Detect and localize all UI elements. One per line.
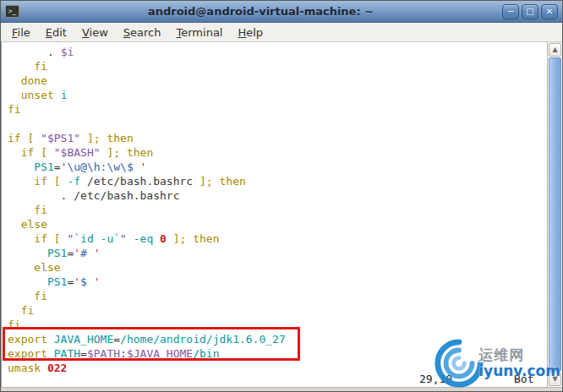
- code-segment: if [: [34, 175, 67, 188]
- code-segment: if [: [8, 132, 41, 144]
- code-segment: -eq: [134, 232, 153, 245]
- window-bottom-edge[interactable]: [1, 387, 562, 391]
- code-line: else: [8, 217, 547, 231]
- code-segment: PS1: [34, 161, 53, 173]
- code-segment: fi: [21, 304, 35, 317]
- window-title: android@android-virtual-machine: ~: [19, 5, 502, 18]
- code-segment: fi: [34, 60, 47, 73]
- code-segment: [8, 146, 21, 159]
- scrollbar[interactable]: ▲ ▼: [547, 42, 562, 387]
- close-button[interactable]: ✕: [541, 4, 558, 19]
- menu-terminal[interactable]: Terminal: [169, 24, 231, 41]
- code-segment: unset: [21, 89, 54, 101]
- menu-file[interactable]: File: [4, 24, 38, 41]
- menu-help[interactable]: Help: [230, 24, 271, 41]
- terminal-lines: . $i fi done unset ifi if [ "$PS1" ]; th…: [2, 42, 547, 375]
- code-segment: fi: [34, 204, 47, 216]
- code-segment: [127, 232, 134, 245]
- code-line: fi: [8, 203, 547, 217]
- code-segment: $JAVA_HOME: [127, 347, 193, 360]
- code-line: if [ -f /etc/bash.bashrc ]; then: [8, 174, 547, 188]
- window-controls: ─ □ ✕: [502, 4, 558, 19]
- code-line: fi: [8, 318, 547, 332]
- code-line: if [ "$BASH" ]; then: [8, 145, 547, 160]
- code-segment: ]; then: [80, 132, 134, 144]
- code-segment: ]; then: [101, 146, 154, 159]
- code-segment: [87, 275, 94, 288]
- scroll-down-button[interactable]: ▼: [549, 373, 561, 386]
- code-segment: PS1: [47, 275, 67, 288]
- code-line: fi: [8, 303, 547, 318]
- code-line: PS1='\u@\h:\w\$ ': [8, 160, 547, 174]
- code-segment: [8, 74, 21, 87]
- code-segment: [8, 261, 34, 274]
- code-segment: =: [113, 333, 120, 346]
- code-segment: [134, 161, 140, 173]
- code-segment: ': [74, 247, 80, 259]
- code-segment: [54, 89, 61, 101]
- code-segment: PS1: [47, 247, 67, 259]
- code-segment: -f: [67, 175, 80, 188]
- terminal-content[interactable]: . $i fi done unset ifi if [ "$PS1" ]; th…: [1, 42, 547, 387]
- menu-edit[interactable]: Edit: [38, 24, 74, 41]
- menu-search[interactable]: Search: [116, 24, 169, 41]
- code-segment: [47, 347, 54, 360]
- code-segment: [47, 333, 54, 346]
- code-line: . /etc/bash.bashrc: [8, 188, 547, 203]
- code-line: if [ "$PS1" ]; then: [8, 131, 547, 145]
- code-segment: [8, 290, 34, 302]
- code-segment: [8, 175, 34, 188]
- code-segment: $: [80, 275, 87, 288]
- code-line: fi: [8, 289, 547, 303]
- code-segment: #: [80, 247, 87, 259]
- code-segment: [8, 60, 34, 73]
- code-segment: if [: [21, 146, 54, 159]
- code-segment: `id -u`: [74, 232, 120, 245]
- menu-view[interactable]: View: [74, 24, 116, 41]
- code-line: . $i: [8, 45, 547, 59]
- code-line: PS1='# ': [8, 246, 547, 260]
- code-line: [8, 117, 547, 131]
- code-segment: ': [74, 275, 80, 288]
- code-segment: fi: [8, 103, 21, 116]
- code-segment: 0: [160, 232, 167, 245]
- code-segment: \u@\h:\w\$: [67, 161, 133, 173]
- code-segment: . /etc/bash.bashrc: [8, 189, 180, 202]
- code-segment: =: [80, 347, 87, 360]
- code-segment: if [: [34, 232, 67, 245]
- code-line: export PATH=$PATH:$JAVA_HOME/bin: [8, 346, 547, 361]
- code-line: else: [8, 260, 547, 275]
- terminal-area: . $i fi done unset ifi if [ "$PS1" ]; th…: [1, 42, 562, 387]
- code-segment: /home/android/jdk1.6.0_27: [120, 333, 286, 346]
- code-segment: else: [21, 218, 47, 231]
- chevron-down-icon: ▼: [552, 376, 557, 383]
- code-segment: ': [94, 275, 101, 288]
- vim-status-line: -- INSERT -- 29,10 Bot: [8, 372, 547, 386]
- code-segment: i: [61, 89, 68, 101]
- scrollbar-thumb[interactable]: [549, 57, 561, 372]
- code-segment: [8, 161, 34, 173]
- code-segment: ': [140, 161, 147, 173]
- menubar: File Edit View Search Terminal Help: [1, 23, 562, 42]
- code-segment: [8, 275, 47, 288]
- code-segment: [87, 247, 94, 259]
- code-segment: done: [21, 74, 47, 87]
- code-segment: ]; then: [167, 232, 220, 245]
- titlebar[interactable]: >_ android@android-virtual-machine: ~ ─ …: [1, 1, 562, 23]
- code-segment: fi: [34, 290, 47, 302]
- code-segment: fi: [8, 318, 21, 331]
- minimize-button[interactable]: ─: [502, 4, 519, 19]
- code-line: export JAVA_HOME=/home/android/jdk1.6.0_…: [8, 332, 547, 346]
- code-segment: =: [54, 161, 61, 173]
- code-segment: [8, 204, 34, 216]
- code-segment: :: [120, 347, 127, 360]
- code-segment: $i: [61, 46, 74, 58]
- code-segment: "$BASH": [54, 146, 101, 159]
- code-line: if [ "`id -u`" -eq 0 ]; then: [8, 231, 547, 246]
- maximize-button[interactable]: □: [522, 4, 538, 19]
- code-segment: export: [8, 347, 47, 360]
- vim-scroll-position: Bot: [514, 372, 533, 386]
- scroll-up-button[interactable]: ▲: [549, 43, 561, 57]
- code-segment: export: [8, 333, 47, 346]
- code-segment: /etc/bash.bashrc: [80, 175, 200, 188]
